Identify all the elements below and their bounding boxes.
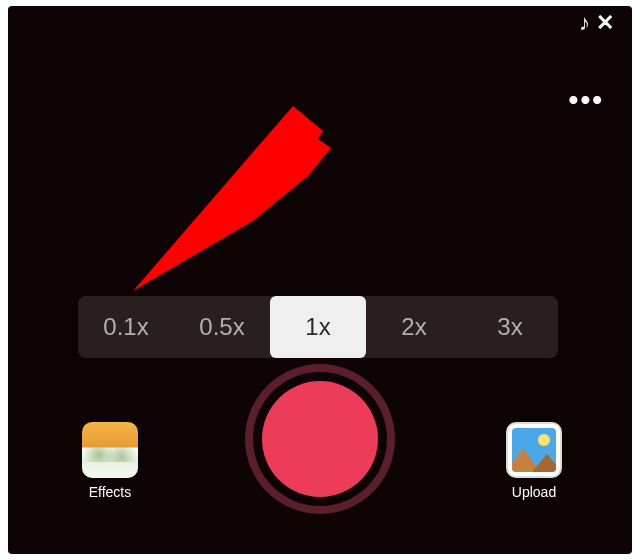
upload-icon (506, 422, 562, 478)
speed-option-3[interactable]: 2x (366, 296, 462, 358)
upload-button[interactable]: Upload (506, 422, 562, 500)
record-ring (253, 372, 387, 506)
svg-marker-0 (133, 106, 331, 291)
speed-selector: 0.1x 0.5x 1x 2x 3x (78, 296, 558, 358)
speed-option-4[interactable]: 3x (462, 296, 558, 358)
more-options-icon[interactable]: ••• (569, 84, 604, 116)
annotation-arrow (133, 106, 343, 306)
speed-option-2[interactable]: 1x (270, 296, 366, 358)
music-note-icon[interactable]: ♪ (579, 12, 590, 34)
speed-option-0[interactable]: 0.1x (78, 296, 174, 358)
close-icon[interactable]: ✕ (596, 12, 614, 34)
top-icon-row: ♪ ✕ (579, 12, 614, 34)
upload-label: Upload (512, 484, 556, 500)
camera-screen: ♪ ✕ ••• 0.1x 0.5x 1x 2x 3x Effects (8, 6, 632, 554)
effects-label: Effects (89, 484, 132, 500)
record-inner (262, 381, 378, 497)
record-button[interactable] (245, 364, 395, 514)
speed-option-1[interactable]: 0.5x (174, 296, 270, 358)
effects-button[interactable]: Effects (82, 422, 138, 500)
bottom-controls: Effects Upload (8, 374, 632, 524)
effects-icon (82, 422, 138, 478)
